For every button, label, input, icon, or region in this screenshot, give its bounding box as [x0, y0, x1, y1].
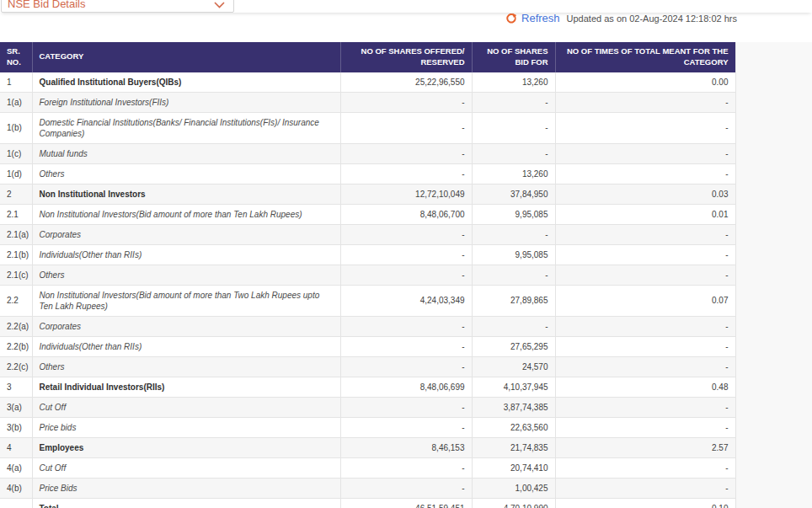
- cell-times-subscribed: -: [555, 224, 735, 244]
- cell-times-subscribed: -: [555, 112, 735, 143]
- column-header-shares-bid: NO OF SHARES BID FOR: [472, 42, 555, 72]
- cell-times-subscribed: 0.00: [555, 72, 735, 93]
- cell-category: Domestic Financial Institutions(Banks/ F…: [32, 112, 340, 143]
- table-row: 2.2(c) Others - 24,570 -: [0, 356, 735, 377]
- cell-times-subscribed: -: [555, 163, 735, 184]
- cell-shares-bid: 22,63,560: [472, 417, 555, 437]
- cell-sr-no: 2.1(b): [0, 244, 32, 265]
- table-row: 3 Retail Individual Investors(RIIs) 8,48…: [0, 377, 735, 397]
- cell-shares-offered: -: [340, 356, 472, 377]
- cell-shares-offered: -: [340, 457, 472, 478]
- cell-shares-bid: -: [472, 316, 555, 336]
- table-row: 2.1(b) Individuals(Other than RIIs) - 9,…: [0, 244, 735, 265]
- table-row: 2.1(c) Others - - -: [0, 265, 735, 285]
- page: NSE Bid Details Refresh Updated as on 02…: [0, 0, 812, 508]
- chevron-down-icon: [214, 2, 225, 8]
- cell-shares-bid: 27,65,295: [472, 336, 555, 356]
- cell-times-subscribed: 0.48: [555, 377, 735, 397]
- cell-shares-bid: 20,74,410: [472, 457, 555, 478]
- cell-times-subscribed: -: [555, 244, 735, 265]
- table-row: 3(b) Price bids - 22,63,560 -: [0, 417, 735, 437]
- cell-shares-offered: -: [340, 224, 472, 244]
- cell-category: Individuals(Other than RIIs): [32, 336, 340, 356]
- cell-category: Employees: [32, 437, 340, 457]
- table-row: 1 Qualified Institutional Buyers(QIBs) 2…: [0, 72, 735, 93]
- refresh-button[interactable]: Refresh: [505, 12, 560, 24]
- refresh-group: Refresh Updated as on 02-Aug-2024 12:18:…: [505, 12, 737, 24]
- cell-sr-no: 1(c): [0, 143, 32, 163]
- cell-times-subscribed: -: [555, 356, 735, 377]
- table-header: SR. NO. CATEGORY NO OF SHARES OFFERED/ R…: [0, 42, 735, 72]
- table-row: 1(c) Mutual funds - - -: [0, 143, 735, 163]
- bid-details-table: SR. NO. CATEGORY NO OF SHARES OFFERED/ R…: [0, 42, 736, 508]
- cell-sr-no: 2: [0, 184, 32, 204]
- cell-category: Others: [32, 265, 340, 285]
- cell-times-subscribed: -: [555, 457, 735, 478]
- cell-times-subscribed: -: [555, 397, 735, 417]
- cell-category: Retail Individual Investors(RIIs): [32, 377, 340, 397]
- cell-shares-offered: 46,51,59,451: [340, 498, 472, 508]
- cell-shares-offered: -: [340, 143, 472, 163]
- cell-shares-offered: -: [340, 417, 472, 437]
- cell-shares-bid: -: [472, 92, 555, 112]
- cell-shares-bid: -: [472, 265, 555, 285]
- cell-shares-offered: 8,46,153: [340, 437, 472, 457]
- report-type-dropdown[interactable]: NSE Bid Details: [1, 0, 234, 13]
- cell-shares-bid: 4,70,10,990: [472, 498, 555, 508]
- cell-category: Cut Off: [32, 397, 340, 417]
- cell-shares-bid: 1,00,425: [472, 478, 555, 498]
- table-row: 4 Employees 8,46,153 21,74,835 2.57: [0, 437, 735, 457]
- cell-times-subscribed: -: [555, 316, 735, 336]
- cell-sr-no: 2.1: [0, 204, 32, 224]
- refresh-icon: [505, 13, 517, 24]
- cell-sr-no: 4(a): [0, 457, 32, 478]
- cell-sr-no: 2.2: [0, 285, 32, 316]
- cell-category: Corporates: [32, 224, 340, 244]
- cell-sr-no: -: [0, 498, 32, 508]
- cell-sr-no: 1(b): [0, 112, 32, 143]
- cell-shares-bid: -: [472, 224, 555, 244]
- cell-sr-no: 1(a): [0, 92, 32, 112]
- cell-category: Non Institutional Investors: [32, 184, 340, 204]
- cell-category: Price bids: [32, 417, 340, 437]
- cell-shares-bid: 4,10,37,945: [472, 377, 555, 397]
- table-row: 2 Non Institutional Investors 12,72,10,0…: [0, 184, 735, 204]
- cell-shares-bid: -: [472, 112, 555, 143]
- cell-shares-offered: -: [340, 92, 472, 112]
- cell-shares-bid: 21,74,835: [472, 437, 555, 457]
- cell-times-subscribed: 0.03: [555, 184, 735, 204]
- cell-sr-no: 1(d): [0, 163, 32, 184]
- cell-sr-no: 4(b): [0, 478, 32, 498]
- cell-shares-bid: -: [472, 143, 555, 163]
- cell-times-subscribed: 0.07: [555, 285, 735, 316]
- topbar: NSE Bid Details Refresh Updated as on 02…: [0, 0, 812, 42]
- cell-category: Non Institutional Investors(Bid amount o…: [32, 285, 340, 316]
- cell-times-subscribed: -: [555, 265, 735, 285]
- cell-shares-bid: 9,95,085: [472, 244, 555, 265]
- table-row: 2.2(a) Corporates - - -: [0, 316, 735, 336]
- cell-times-subscribed: -: [555, 92, 735, 112]
- table-row: 3(a) Cut Off - 3,87,74,385 -: [0, 397, 735, 417]
- cell-sr-no: 2.2(a): [0, 316, 32, 336]
- cell-shares-bid: 37,84,950: [472, 184, 555, 204]
- cell-shares-bid: 3,87,74,385: [472, 397, 555, 417]
- column-header-shares-offered: NO OF SHARES OFFERED/ RESERVED: [340, 42, 472, 72]
- table-row: 4(b) Price Bids - 1,00,425 -: [0, 478, 735, 498]
- cell-category: Corporates: [32, 316, 340, 336]
- table-row: 1(d) Others - 13,260 -: [0, 163, 735, 184]
- cell-category: Price Bids: [32, 478, 340, 498]
- cell-shares-offered: -: [340, 397, 472, 417]
- cell-category: Total: [32, 498, 340, 508]
- cell-shares-offered: 4,24,03,349: [340, 285, 472, 316]
- cell-shares-offered: -: [340, 316, 472, 336]
- cell-shares-offered: -: [340, 244, 472, 265]
- cell-times-subscribed: -: [555, 417, 735, 437]
- table-row: 2.2 Non Institutional Investors(Bid amou…: [0, 285, 735, 316]
- table-row: 2.1 Non Institutional Investors(Bid amou…: [0, 204, 735, 224]
- cell-shares-offered: 8,48,06,700: [340, 204, 472, 224]
- cell-times-subscribed: -: [555, 478, 735, 498]
- cell-sr-no: 3: [0, 377, 32, 397]
- cell-shares-offered: 8,48,06,699: [340, 377, 472, 397]
- column-header-category: CATEGORY: [32, 42, 340, 72]
- cell-sr-no: 2.1(c): [0, 265, 32, 285]
